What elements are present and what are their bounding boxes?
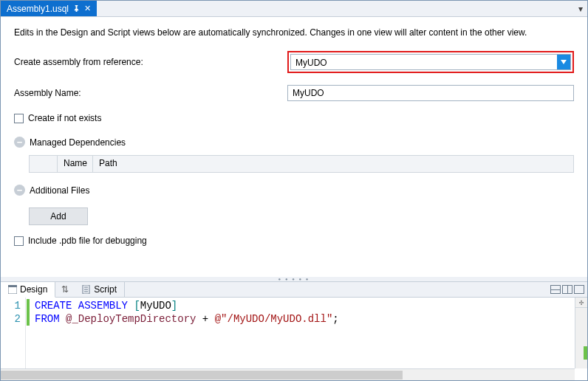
add-button[interactable]: Add (29, 207, 88, 225)
tab-script[interactable]: Script (75, 282, 125, 297)
create-if-not-exists-label: Create if not exists (28, 113, 101, 123)
change-mark (27, 299, 30, 312)
layout-buttons (550, 282, 587, 297)
managed-dependencies-header: − Managed Dependencies (14, 137, 574, 148)
tab-design[interactable]: Design (1, 282, 55, 298)
splitter-grip-icon: ● ● ● ● ● (278, 277, 310, 281)
document-tab-bar: Assembly1.usql ✕ ▾ (1, 1, 587, 17)
split-editor-icon[interactable]: ✢ (575, 298, 587, 308)
reference-combobox[interactable]: MyUDO (290, 54, 571, 70)
grid-header-name[interactable]: Name (58, 156, 93, 172)
assembly-name-input[interactable] (287, 85, 574, 101)
code-line: FROM @_DeployTempDirectory + @"/MyUDO/My… (35, 312, 583, 326)
create-if-not-exists-checkbox[interactable] (14, 114, 24, 123)
include-pdb-row: Include .pdb file for debugging (14, 236, 574, 246)
layout-vertical-icon[interactable] (562, 285, 572, 294)
additional-files-label: Additional Files (30, 185, 89, 196)
script-editor[interactable]: 1 2 CREATE ASSEMBLY [MyUDO] FROM @_Deplo… (1, 298, 587, 380)
reference-highlight: MyUDO (287, 51, 574, 73)
additional-files-header: − Additional Files (14, 185, 574, 196)
scroll-track[interactable] (575, 308, 587, 368)
tab-script-label: Script (94, 284, 117, 295)
include-pdb-checkbox[interactable] (14, 236, 24, 246)
overview-change-mark (584, 346, 587, 360)
code-line: CREATE ASSEMBLY [MyUDO] (35, 299, 583, 312)
document-tab-title: Assembly1.usql (7, 4, 69, 14)
design-panel: Edits in the Design and Script views bel… (1, 17, 587, 277)
layout-horizontal-icon[interactable] (550, 285, 561, 294)
grid-row-selector[interactable] (30, 156, 58, 172)
assembly-name-label: Assembly Name: (14, 88, 287, 98)
chevron-down-icon[interactable] (557, 55, 570, 69)
document-tab[interactable]: Assembly1.usql ✕ (1, 1, 97, 16)
scroll-thumb[interactable] (1, 371, 403, 380)
svg-rect-1 (8, 285, 17, 287)
include-pdb-label: Include .pdb file for debugging (28, 236, 147, 246)
pin-icon[interactable] (73, 4, 80, 13)
swap-views-button[interactable]: ⇅ (55, 282, 75, 297)
layout-single-icon[interactable] (574, 285, 584, 294)
collapse-toggle-icon[interactable]: − (14, 137, 25, 148)
reference-label: Create assembly from reference: (14, 57, 287, 67)
script-icon (82, 285, 91, 294)
create-if-not-exists-row: Create if not exists (14, 113, 574, 123)
line-number: 2 (1, 312, 25, 326)
view-tab-bar: Design ⇅ Script (1, 281, 587, 298)
vertical-scrollbar[interactable]: ✢ (575, 298, 587, 368)
design-icon (8, 285, 17, 294)
sync-info-text: Edits in the Design and Script views bel… (14, 27, 574, 38)
tab-overflow-menu[interactable]: ▾ (574, 1, 587, 16)
horizontal-scrollbar[interactable] (1, 368, 575, 380)
change-mark (27, 312, 30, 326)
dependencies-grid: Name Path (29, 155, 574, 173)
reference-row: Create assembly from reference: MyUDO (14, 51, 574, 73)
tab-design-label: Design (20, 284, 47, 295)
assembly-name-row: Assembly Name: (14, 85, 574, 101)
reference-value: MyUDO (291, 55, 557, 69)
managed-dependencies-label: Managed Dependencies (30, 137, 126, 148)
grid-header-path[interactable]: Path (93, 156, 573, 172)
close-icon[interactable]: ✕ (84, 4, 91, 13)
collapse-toggle-icon[interactable]: − (14, 185, 25, 196)
line-number: 1 (1, 299, 25, 312)
